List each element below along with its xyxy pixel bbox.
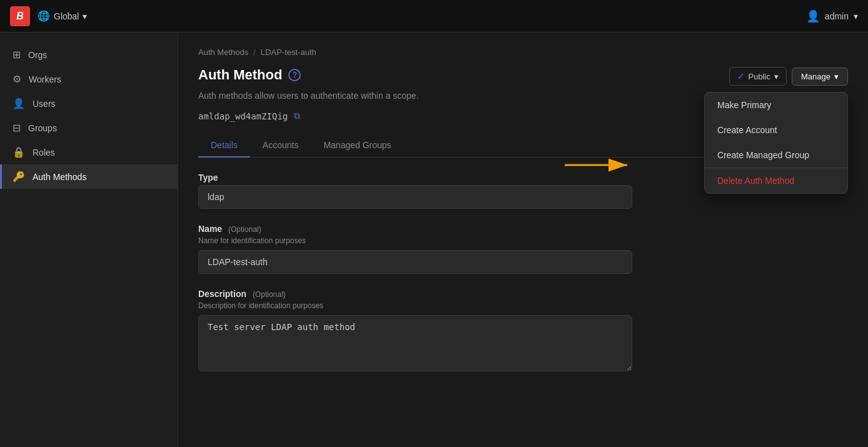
tab-details[interactable]: Details (198, 134, 250, 158)
auth-methods-icon: 🔑 (13, 171, 25, 183)
page-title-row: Auth Method ? (198, 67, 301, 83)
dropdown-item-delete-auth-method[interactable]: Delete Auth Method (705, 168, 847, 193)
top-nav-right[interactable]: 👤 admin ▾ (806, 9, 858, 23)
dropdown-item-create-account[interactable]: Create Account (705, 118, 847, 143)
top-nav-left: B 🌐 Global ▾ (10, 6, 87, 26)
name-label: Name (Optional) (198, 224, 848, 234)
sidebar: ⊞ Orgs ⚙ Workers 👤 Users ⊟ Groups 🔒 Role… (0, 33, 178, 447)
page-header: Auth Method ? ✓ Public ▾ Manage ▾ Make P… (198, 67, 848, 86)
tab-managed-groups[interactable]: Managed Groups (311, 134, 403, 158)
global-label: Global (54, 11, 79, 21)
sidebar-item-users[interactable]: 👤 Users (0, 91, 178, 116)
sidebar-item-workers[interactable]: ⚙ Workers (0, 67, 178, 91)
sidebar-item-auth-methods[interactable]: 🔑 Auth Methods (0, 164, 178, 189)
sidebar-item-label: Groups (28, 123, 57, 133)
dropdown-item-create-managed-group[interactable]: Create Managed Group (705, 143, 847, 168)
user-label: admin (825, 11, 849, 21)
globe-icon: 🌐 (38, 10, 50, 22)
global-chevron-icon: ▾ (83, 11, 87, 21)
manage-button[interactable]: Manage ▾ (792, 68, 848, 86)
users-icon: 👤 (13, 98, 25, 109)
description-hint: Description for identification purposes (198, 301, 848, 310)
sidebar-item-label: Auth Methods (33, 172, 86, 182)
user-avatar-icon: 👤 (806, 9, 820, 23)
public-chevron-icon: ▾ (774, 72, 779, 81)
tab-accounts[interactable]: Accounts (250, 134, 311, 158)
top-nav: B 🌐 Global ▾ 👤 admin ▾ (0, 0, 868, 33)
groups-icon: ⊟ (13, 122, 21, 134)
name-hint: Name for identification purposes (198, 236, 848, 245)
content-area: Auth Methods / LDAP-test-auth Auth Metho… (178, 33, 868, 447)
manage-label: Manage (801, 72, 830, 81)
page-title: Auth Method (198, 67, 282, 83)
type-input[interactable] (198, 185, 632, 209)
workers-icon: ⚙ (13, 73, 21, 85)
sidebar-item-groups[interactable]: ⊟ Groups (0, 116, 178, 140)
arrow-annotation (565, 156, 633, 177)
copy-icon[interactable]: ⧉ (294, 111, 300, 121)
name-input[interactable] (198, 250, 632, 274)
user-chevron-icon: ▾ (854, 11, 858, 21)
resource-id: amldap_wd4amZIQig (198, 111, 288, 121)
sidebar-item-orgs[interactable]: ⊞ Orgs (0, 43, 178, 67)
help-icon[interactable]: ? (288, 69, 301, 81)
app-logo[interactable]: B (10, 6, 30, 26)
public-badge[interactable]: ✓ Public ▾ (729, 67, 787, 86)
breadcrumb: Auth Methods / LDAP-test-auth (198, 48, 848, 57)
sidebar-item-label: Users (33, 99, 56, 109)
sidebar-item-label: Roles (33, 148, 55, 158)
form-group-name: Name (Optional) Name for identification … (198, 224, 848, 274)
check-icon: ✓ (737, 71, 745, 81)
page-title-section: Auth Method ? (198, 67, 301, 83)
description-optional: (Optional) (253, 290, 286, 299)
dropdown-item-make-primary[interactable]: Make Primary (705, 93, 847, 118)
main-layout: ⊞ Orgs ⚙ Workers 👤 Users ⊟ Groups 🔒 Role… (0, 33, 868, 447)
header-controls: ✓ Public ▾ Manage ▾ Make Primary Create … (729, 67, 848, 86)
breadcrumb-auth-methods[interactable]: Auth Methods (198, 48, 248, 57)
manage-chevron-icon: ▾ (834, 72, 839, 81)
form-group-description: Description (Optional) Description for i… (198, 289, 848, 374)
sidebar-item-label: Orgs (28, 50, 47, 60)
global-selector[interactable]: 🌐 Global ▾ (38, 10, 87, 22)
orgs-icon: ⊞ (13, 49, 21, 61)
breadcrumb-separator: / (253, 48, 256, 57)
public-label: Public (749, 72, 770, 81)
roles-icon: 🔒 (13, 146, 25, 158)
manage-dropdown: Make Primary Create Account Create Manag… (704, 92, 848, 194)
name-optional: (Optional) (228, 225, 261, 234)
description-label: Description (Optional) (198, 289, 848, 299)
description-textarea[interactable]: Test server LDAP auth method (198, 315, 632, 371)
sidebar-item-label: Workers (29, 74, 61, 84)
sidebar-item-roles[interactable]: 🔒 Roles (0, 140, 178, 164)
breadcrumb-current: LDAP-test-auth (261, 48, 316, 57)
